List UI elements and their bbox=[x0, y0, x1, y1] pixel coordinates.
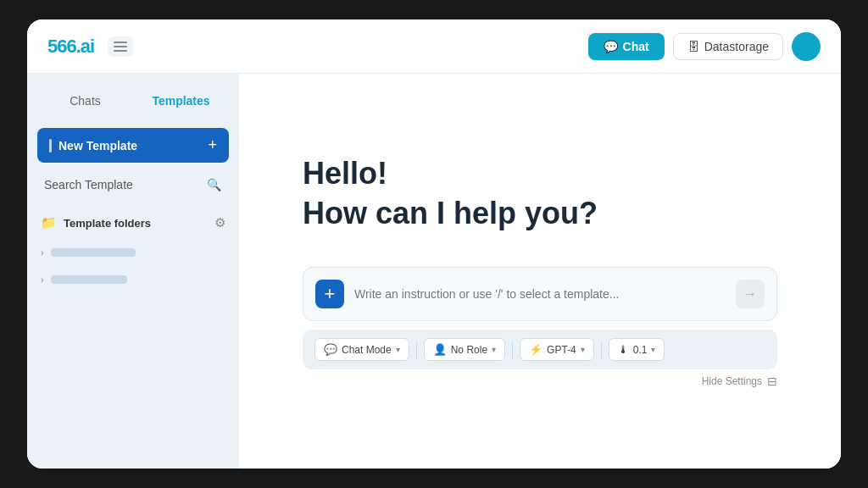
sidebar-tabs: Chats Templates bbox=[37, 87, 229, 114]
sidebar-toggle-button[interactable] bbox=[108, 36, 133, 57]
greeting-line2: How can I help you? bbox=[303, 194, 777, 234]
body: Chats Templates New Template + Search Te… bbox=[27, 74, 841, 469]
gpt4-pill[interactable]: ⚡ GPT-4 ▾ bbox=[520, 338, 594, 361]
send-button[interactable]: → bbox=[736, 280, 765, 308]
datastorage-button[interactable]: 🗄 Datastorage bbox=[673, 33, 783, 60]
chat-input-area: + → 💬 Chat Mode ▾ 👤 No Role ▾ bbox=[303, 267, 777, 388]
chat-mode-chevron: ▾ bbox=[396, 345, 400, 354]
temperature-label: 0.1 bbox=[633, 344, 648, 356]
main-content: Hello! How can I help you? + → 💬 Chat Mo… bbox=[239, 74, 841, 469]
new-template-label: New Template bbox=[58, 139, 137, 152]
gpt4-chevron: ▾ bbox=[581, 345, 585, 354]
sidebar: Chats Templates New Template + Search Te… bbox=[27, 74, 239, 469]
hide-settings-icon: ⊟ bbox=[767, 374, 777, 388]
search-icon: 🔍 bbox=[205, 176, 222, 193]
folder-item-1[interactable]: › bbox=[37, 242, 229, 263]
chat-mode-icon: 💬 bbox=[324, 343, 337, 356]
template-folders-header: 📁 Template folders ⚙ bbox=[37, 210, 229, 236]
chevron-right-icon-2: › bbox=[41, 274, 44, 285]
temperature-chevron: ▾ bbox=[651, 345, 655, 354]
no-role-pill[interactable]: 👤 No Role ▾ bbox=[424, 338, 505, 361]
new-template-bar-icon bbox=[49, 139, 52, 152]
datastorage-icon: 🗄 bbox=[687, 40, 699, 53]
welcome-text: Hello! How can I help you? bbox=[303, 154, 777, 234]
no-role-chevron: ▾ bbox=[492, 345, 496, 354]
folder-item-2[interactable]: › bbox=[37, 269, 229, 290]
template-folders-label: Template folders bbox=[64, 217, 151, 230]
chat-mode-pill[interactable]: 💬 Chat Mode ▾ bbox=[314, 338, 409, 361]
search-template-row[interactable]: Search Template 🔍 bbox=[37, 169, 229, 200]
gear-icon[interactable]: ⚙ bbox=[214, 215, 225, 230]
sidebar-tab-chats[interactable]: Chats bbox=[37, 87, 133, 114]
template-folders-left: 📁 Template folders bbox=[41, 215, 151, 230]
add-button[interactable]: + bbox=[315, 280, 344, 308]
divider-3 bbox=[601, 341, 602, 358]
header: 566.ai 💬 Chat 🗄 Datastorage bbox=[27, 19, 841, 74]
divider-2 bbox=[512, 341, 513, 358]
greeting-line1: Hello! bbox=[303, 154, 777, 194]
no-role-label: No Role bbox=[451, 344, 487, 356]
header-left: 566.ai bbox=[47, 36, 133, 58]
folder-bar-2 bbox=[51, 275, 127, 284]
logo: 566.ai bbox=[47, 36, 94, 58]
role-icon: 👤 bbox=[433, 343, 447, 356]
chat-button[interactable]: 💬 Chat bbox=[588, 33, 665, 60]
avatar[interactable] bbox=[792, 32, 821, 61]
sidebar-toggle-icon bbox=[114, 42, 127, 52]
search-template-label: Search Template bbox=[44, 178, 133, 191]
divider-1 bbox=[416, 341, 417, 358]
folder-bar-1 bbox=[51, 248, 136, 257]
chevron-right-icon-1: › bbox=[41, 247, 44, 258]
chat-input[interactable] bbox=[354, 287, 726, 301]
header-right: 💬 Chat 🗄 Datastorage bbox=[588, 32, 821, 61]
new-template-button[interactable]: New Template + bbox=[37, 128, 229, 163]
settings-bar: 💬 Chat Mode ▾ 👤 No Role ▾ ⚡ GPT-4 ▾ bbox=[303, 330, 777, 369]
gpt4-label: GPT-4 bbox=[547, 344, 576, 356]
new-template-left: New Template bbox=[49, 139, 137, 152]
datastorage-label: Datastorage bbox=[704, 40, 769, 53]
new-template-plus-icon: + bbox=[208, 136, 217, 154]
temperature-pill[interactable]: 🌡 0.1 ▾ bbox=[609, 338, 665, 361]
chat-button-icon: 💬 bbox=[604, 40, 618, 53]
hide-settings-row[interactable]: Hide Settings ⊟ bbox=[303, 374, 777, 388]
chat-button-label: Chat bbox=[623, 40, 649, 53]
app-window: 566.ai 💬 Chat 🗄 Datastorage Chats bbox=[27, 19, 841, 469]
folder-icon: 📁 bbox=[41, 215, 57, 230]
sidebar-tab-templates[interactable]: Templates bbox=[133, 87, 229, 114]
chat-input-box: + → bbox=[303, 267, 777, 321]
gpt4-icon: ⚡ bbox=[529, 343, 542, 356]
temperature-icon: 🌡 bbox=[618, 343, 629, 356]
chat-mode-label: Chat Mode bbox=[342, 344, 392, 356]
hide-settings-label: Hide Settings bbox=[702, 375, 762, 387]
